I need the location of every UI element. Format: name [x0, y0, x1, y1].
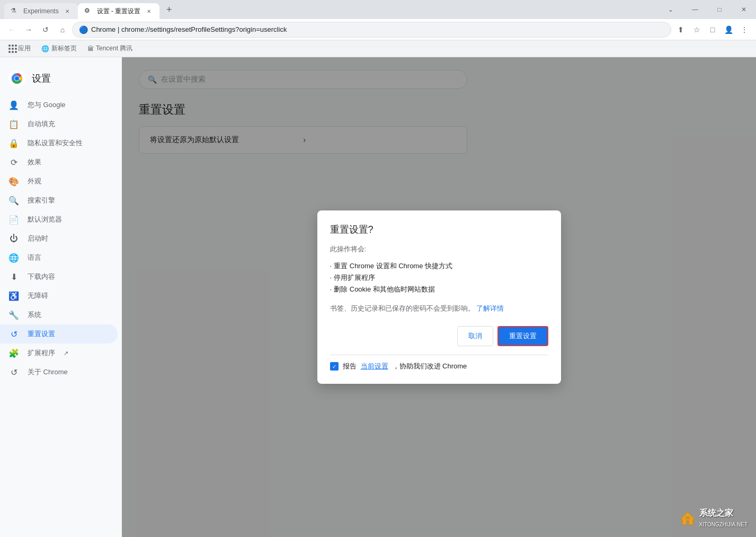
sidebar-item-browser[interactable]: 📄 默认浏览器: [0, 210, 118, 229]
tencent-bookmark[interactable]: 🏛 Tencent 腾讯: [83, 42, 137, 55]
settings-main: 🔍 在设置中搜索 重置设置 将设置还原为原始默认设置 › 重置设置? 此操作将会…: [122, 57, 756, 537]
address-secure-icon: 🔵: [79, 25, 88, 34]
about-icon: ↺: [8, 367, 19, 377]
svg-rect-5: [686, 516, 690, 520]
accessibility-icon: ♿: [8, 290, 19, 301]
reload-button[interactable]: ↺: [38, 22, 53, 37]
sidebar-item-accessibility[interactable]: ♿ 无障碍: [0, 286, 118, 305]
nav-right-buttons: ⬆ ☆ □ 👤 ⋮: [673, 22, 752, 37]
sidebar-item-privacy-label: 隐私设置和安全性: [28, 138, 83, 148]
dialog-list-item-2: 停用扩展程序: [330, 272, 548, 284]
extensions-button[interactable]: □: [705, 22, 720, 37]
new-tab-button[interactable]: +: [162, 2, 176, 17]
dialog-list-item-3: 删除 Cookie 和其他临时网站数据: [330, 284, 548, 295]
address-content: Chrome | chrome://settings/resetProfileS…: [91, 25, 664, 33]
search-engine-icon: 🔍: [8, 195, 19, 206]
dialog-list: 重置 Chrome 设置和 Chrome 快捷方式 停用扩展程序 删除 Cook…: [330, 260, 548, 295]
chrome-logo: [8, 70, 25, 87]
sidebar-item-performance[interactable]: ⟳ 效果: [0, 153, 118, 172]
tencent-bookmark-icon: 🏛: [87, 45, 94, 52]
download-icon: ⬇: [8, 271, 19, 282]
power-icon: ⏻: [8, 233, 19, 244]
sidebar-item-appearance[interactable]: 🎨 外观: [0, 172, 118, 191]
sidebar-item-google-label: 您与 Google: [28, 100, 66, 110]
sidebar-item-language[interactable]: 🌐 语言: [0, 248, 118, 267]
sidebar-item-browser-label: 默认浏览器: [28, 215, 62, 224]
sidebar-item-search-label: 搜索引擎: [28, 196, 55, 205]
sidebar-header: 设置: [0, 66, 122, 95]
apps-label: 应用: [18, 44, 31, 53]
dialog-footer: ✓ 报告 当前设置 ，协助我们改进 Chrome: [330, 355, 548, 371]
browser-icon: 📄: [8, 214, 19, 225]
tab-experiments-close[interactable]: ✕: [63, 7, 72, 15]
dialog-note: 书签、历史记录和已保存的密码不会受到影响。 了解详情: [330, 304, 548, 313]
minimize-button[interactable]: —: [683, 1, 707, 18]
cancel-button[interactable]: 取消: [457, 326, 493, 346]
sidebar-item-privacy[interactable]: 🔒 隐私设置和安全性: [0, 134, 118, 153]
maximize-button[interactable]: □: [707, 1, 732, 18]
sidebar-item-autofill-label: 自动填充: [28, 119, 55, 129]
wrench-icon: 🔧: [8, 310, 19, 320]
content-area: 设置 👤 您与 Google 📋 自动填充 🔒 隐私设置和安全性 ⟳ 效果 🎨 …: [0, 57, 756, 537]
close-button[interactable]: ✕: [732, 1, 756, 18]
bookmark-button[interactable]: ☆: [689, 22, 704, 37]
sidebar-item-accessibility-label: 无障碍: [28, 291, 48, 301]
share-button[interactable]: ⬆: [673, 22, 688, 37]
home-button[interactable]: ⌂: [55, 22, 70, 37]
menu-button[interactable]: ⋮: [737, 22, 752, 37]
sidebar-item-downloads[interactable]: ⬇ 下载内容: [0, 267, 118, 286]
palette-icon: 🎨: [8, 176, 19, 187]
modal-overlay: 重置设置? 此操作将会: 重置 Chrome 设置和 Chrome 快捷方式 停…: [122, 57, 756, 537]
sidebar-item-reset[interactable]: ↺ 重置设置: [0, 324, 118, 344]
nav-bar: ← → ↺ ⌂ 🔵 Chrome | chrome://settings/res…: [0, 19, 756, 40]
apps-bookmark[interactable]: 应用: [4, 42, 35, 55]
reset-settings-button[interactable]: 重置设置: [497, 326, 548, 346]
sidebar-item-extensions[interactable]: 🧩 扩展程序 ↗: [0, 344, 118, 363]
report-checkbox[interactable]: ✓: [330, 362, 339, 371]
address-prefix: Chrome: [91, 25, 115, 33]
tab-settings[interactable]: ⚙ 设置 - 重置设置 ✕: [78, 3, 160, 19]
sidebar-item-autofill[interactable]: 📋 自动填充: [0, 115, 118, 134]
title-bar-controls: ⌄ — □ ✕: [659, 1, 756, 18]
title-bar: ⚗ Experiments ✕ ⚙ 设置 - 重置设置 ✕ + ⌄ — □ ✕: [0, 0, 756, 19]
external-link-icon: ↗: [64, 350, 68, 357]
autofill-icon: 📋: [8, 119, 19, 129]
forward-button[interactable]: →: [21, 22, 36, 37]
puzzle-icon: 🧩: [8, 348, 19, 358]
dialog-actions: 取消 重置设置: [330, 326, 548, 346]
dialog-learn-more-link[interactable]: 了解详情: [476, 304, 504, 312]
current-settings-link[interactable]: 当前设置: [361, 362, 388, 371]
dialog-list-item-1: 重置 Chrome 设置和 Chrome 快捷方式: [330, 260, 548, 272]
new-tab-bookmark-icon: 🌐: [41, 45, 49, 52]
tab-experiments-title: Experiments: [23, 7, 59, 15]
back-button[interactable]: ←: [4, 22, 19, 37]
address-bar[interactable]: 🔵 Chrome | chrome://settings/resetProfil…: [72, 22, 671, 38]
globe-icon: 🌐: [8, 252, 19, 263]
dialog-subtitle: 此操作将会:: [330, 244, 548, 254]
sidebar-item-appearance-label: 外观: [28, 177, 41, 186]
sidebar-item-search[interactable]: 🔍 搜索引擎: [0, 191, 118, 210]
profile-button[interactable]: 👤: [721, 22, 736, 37]
settings-favicon: ⚙: [84, 7, 93, 15]
tab-settings-close[interactable]: ✕: [145, 7, 153, 15]
sidebar-title: 设置: [32, 72, 51, 85]
watermark-text: 系统之家 XITONGZHIJIA.NET: [699, 508, 748, 529]
sidebar-item-extensions-label: 扩展程序: [28, 348, 55, 358]
tab-experiments[interactable]: ⚗ Experiments ✕: [4, 3, 78, 19]
performance-icon: ⟳: [8, 157, 19, 168]
footer-text-before: 报告: [343, 362, 357, 371]
new-tab-bookmark[interactable]: 🌐 新标签页: [37, 42, 81, 55]
sidebar-item-about[interactable]: ↺ 关于 Chrome: [0, 363, 118, 382]
sidebar-item-google[interactable]: 👤 您与 Google: [0, 95, 118, 115]
sidebar-item-startup-label: 启动时: [28, 234, 48, 243]
sidebar-item-reset-label: 重置设置: [28, 329, 55, 339]
sidebar-item-startup[interactable]: ⏻ 启动时: [0, 229, 118, 248]
reset-dialog: 重置设置? 此操作将会: 重置 Chrome 设置和 Chrome 快捷方式 停…: [317, 210, 561, 384]
watermark: 系统之家 XITONGZHIJIA.NET: [679, 508, 748, 529]
collapse-button[interactable]: ⌄: [659, 1, 683, 18]
sidebar-item-system[interactable]: 🔧 系统: [0, 305, 118, 324]
bookmarks-bar: 应用 🌐 新标签页 🏛 Tencent 腾讯: [0, 40, 756, 57]
experiments-favicon: ⚗: [11, 7, 19, 15]
sidebar: 设置 👤 您与 Google 📋 自动填充 🔒 隐私设置和安全性 ⟳ 效果 🎨 …: [0, 57, 122, 537]
sidebar-item-about-label: 关于 Chrome: [28, 367, 68, 377]
